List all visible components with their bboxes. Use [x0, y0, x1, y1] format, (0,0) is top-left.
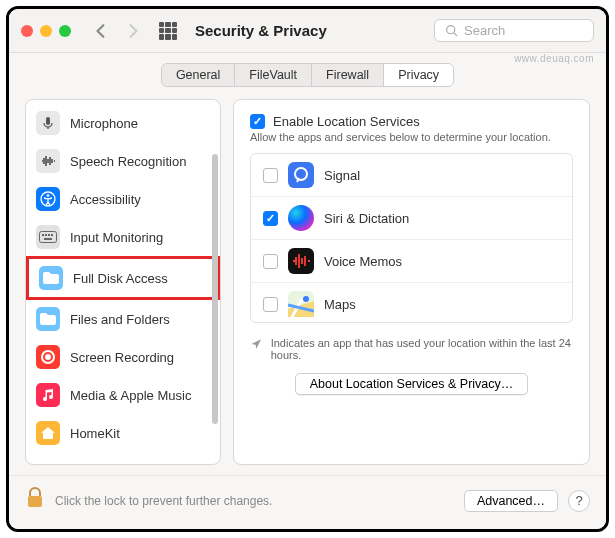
titlebar: Security & Privacy Search — [9, 9, 606, 53]
app-label: Signal — [324, 168, 360, 183]
sidebar-item-label: Accessibility — [70, 192, 141, 207]
tab-firewall[interactable]: Firewall — [312, 64, 384, 86]
sidebar-item-fulldisk[interactable]: Full Disk Access — [26, 256, 220, 300]
search-placeholder: Search — [464, 23, 505, 38]
window-title: Security & Privacy — [195, 22, 327, 39]
sidebar-scrollbar[interactable] — [212, 154, 218, 424]
folder-icon — [36, 307, 60, 331]
svg-point-0 — [447, 26, 455, 34]
tab-privacy[interactable]: Privacy — [384, 64, 453, 86]
sidebar-item-input[interactable]: Input Monitoring — [26, 218, 220, 256]
accessibility-icon — [36, 187, 60, 211]
sidebar-item-speech[interactable]: Speech Recognition — [26, 142, 220, 180]
lock-text: Click the lock to prevent further change… — [55, 494, 454, 508]
svg-rect-5 — [40, 232, 57, 243]
enable-location-help: Allow the apps and services below to det… — [250, 131, 573, 143]
close-window-button[interactable] — [21, 25, 33, 37]
app-checkbox-siri[interactable] — [263, 211, 278, 226]
app-icon-voicememos — [288, 248, 314, 274]
sidebar-item-label: Speech Recognition — [70, 154, 186, 169]
app-row-voicememos[interactable]: Voice Memos — [251, 240, 572, 283]
svg-point-17 — [303, 296, 309, 302]
detail-pane: Enable Location Services Allow the apps … — [233, 99, 590, 465]
app-icon-maps — [288, 291, 314, 317]
app-label: Voice Memos — [324, 254, 402, 269]
waveform-icon — [36, 149, 60, 173]
svg-rect-8 — [48, 234, 50, 236]
sidebar-item-label: Full Disk Access — [73, 271, 168, 286]
svg-rect-7 — [45, 234, 47, 236]
sidebar-item-label: Input Monitoring — [70, 230, 163, 245]
location-arrow-icon — [250, 337, 263, 351]
tab-filevault[interactable]: FileVault — [235, 64, 312, 86]
app-row-signal[interactable]: Signal — [251, 154, 572, 197]
microphone-icon — [36, 111, 60, 135]
app-checkbox-maps[interactable] — [263, 297, 278, 312]
forward-button[interactable] — [121, 19, 145, 43]
home-icon — [36, 421, 60, 445]
svg-point-4 — [47, 194, 50, 197]
app-icon-signal — [288, 162, 314, 188]
sidebar-item-label: Screen Recording — [70, 350, 174, 365]
sidebar-item-label: Microphone — [70, 116, 138, 131]
about-location-button[interactable]: About Location Services & Privacy… — [295, 373, 529, 395]
traffic-lights — [21, 25, 71, 37]
app-row-siri[interactable]: Siri & Dictation — [251, 197, 572, 240]
svg-rect-6 — [42, 234, 44, 236]
enable-location-label: Enable Location Services — [273, 114, 420, 129]
sidebar-item-media[interactable]: Media & Apple Music — [26, 376, 220, 414]
music-icon — [36, 383, 60, 407]
svg-rect-2 — [46, 117, 50, 125]
back-button[interactable] — [89, 19, 113, 43]
app-row-maps[interactable]: Maps — [251, 283, 572, 323]
svg-rect-13 — [288, 162, 314, 188]
prefs-window: Security & Privacy Search www.deuaq.com … — [6, 6, 609, 532]
sidebar-item-label: Files and Folders — [70, 312, 170, 327]
help-button[interactable]: ? — [568, 490, 590, 512]
svg-rect-15 — [288, 248, 314, 274]
search-icon — [445, 24, 458, 37]
advanced-button[interactable]: Advanced… — [464, 490, 558, 512]
folder-icon — [39, 266, 63, 290]
svg-rect-9 — [51, 234, 53, 236]
sidebar-item-label: Media & Apple Music — [70, 388, 191, 403]
lock-icon[interactable] — [25, 486, 45, 515]
svg-rect-18 — [28, 496, 42, 507]
sidebar-item-screenrec[interactable]: Screen Recording — [26, 338, 220, 376]
app-label: Siri & Dictation — [324, 211, 409, 226]
svg-point-12 — [45, 354, 51, 360]
enable-location-row[interactable]: Enable Location Services — [250, 114, 573, 129]
zoom-window-button[interactable] — [59, 25, 71, 37]
indicator-text: Indicates an app that has used your loca… — [271, 337, 573, 361]
app-checkbox-voicememos[interactable] — [263, 254, 278, 269]
sidebar-item-accessibility[interactable]: Accessibility — [26, 180, 220, 218]
enable-location-checkbox[interactable] — [250, 114, 265, 129]
watermark: www.deuaq.com — [514, 53, 594, 64]
app-icon-siri — [288, 205, 314, 231]
record-icon — [36, 345, 60, 369]
svg-line-1 — [454, 33, 457, 36]
footer: Click the lock to prevent further change… — [9, 475, 606, 529]
app-checkbox-signal[interactable] — [263, 168, 278, 183]
privacy-sidebar: MicrophoneSpeech RecognitionAccessibilit… — [25, 99, 221, 465]
sidebar-item-files[interactable]: Files and Folders — [26, 300, 220, 338]
minimize-window-button[interactable] — [40, 25, 52, 37]
svg-rect-10 — [44, 238, 52, 240]
tab-general[interactable]: General — [162, 64, 235, 86]
location-indicator-note: Indicates an app that has used your loca… — [250, 337, 573, 361]
sidebar-item-microphone[interactable]: Microphone — [26, 104, 220, 142]
content-area: MicrophoneSpeech RecognitionAccessibilit… — [9, 99, 606, 475]
search-field[interactable]: Search — [434, 19, 594, 42]
show-all-icon[interactable] — [159, 22, 177, 40]
sidebar-item-label: HomeKit — [70, 426, 120, 441]
app-label: Maps — [324, 297, 356, 312]
sidebar-item-homekit[interactable]: HomeKit — [26, 414, 220, 452]
app-list: SignalSiri & DictationVoice MemosMaps — [250, 153, 573, 323]
keyboard-icon — [36, 225, 60, 249]
